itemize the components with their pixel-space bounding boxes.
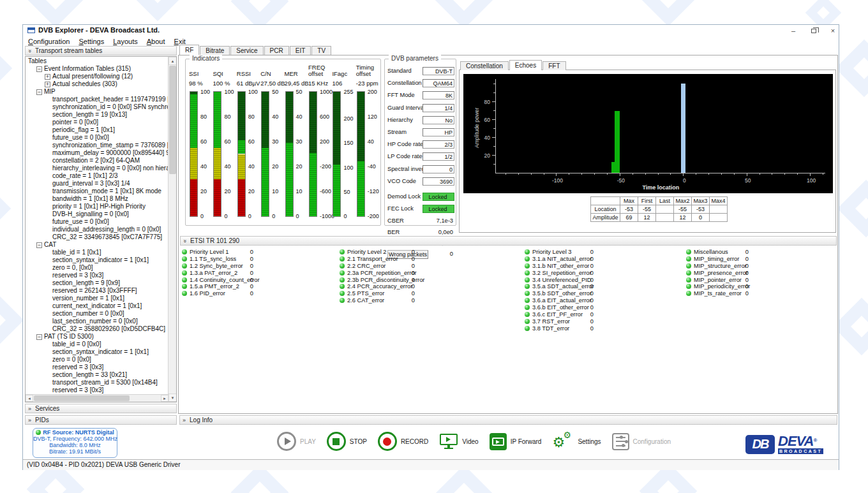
etsi-error-row: 1.3.a PAT_error_20 <box>182 270 253 277</box>
dvb-stat-value: 7,1e-3 <box>437 217 453 224</box>
tree-item[interactable]: table_id = 0 [0x0] <box>26 341 168 348</box>
tree-item[interactable]: priority = 1 [0x1] HP-High Priority <box>26 203 168 210</box>
tree-item[interactable]: reserved = 262143 [0x3FFFF] <box>26 287 168 295</box>
expand-node-icon[interactable]: + <box>45 74 50 80</box>
tree-horizontal-scrollbar[interactable]: ◄ ► <box>26 394 168 402</box>
tree-item[interactable]: +Actual present/following (12) <box>26 73 168 80</box>
expand-node-icon[interactable]: + <box>45 82 50 87</box>
gauge-value: 100 % <box>213 80 230 87</box>
tree-item[interactable]: table_id = 1 [0x1] <box>26 249 168 256</box>
tree-item[interactable]: section_length = 33 [0x21] <box>26 371 168 379</box>
tree-item[interactable]: synchronization_id = 0 [0x0] SFN synchro… <box>26 103 168 111</box>
tree-item[interactable]: transmission_mode = 1 [0x1] 8K mode <box>26 188 168 195</box>
transport-stream-tables-header[interactable]: » Transport stream tables <box>25 46 177 55</box>
tree-item[interactable]: −CAT <box>26 241 168 249</box>
restore-button[interactable] <box>807 26 821 35</box>
tree-item[interactable]: hierarchy_interleaving = 0 [0x0] non hie… <box>26 165 168 172</box>
tree-item[interactable]: code_rate = 1 [0x1] 2/3 <box>26 172 168 180</box>
ip-forward-button[interactable]: IP Forward <box>490 433 542 450</box>
tree-vertical-scrollbar[interactable]: ▲ ▼ <box>168 57 176 402</box>
tree-item[interactable]: +Actual schedules (303) <box>26 80 168 88</box>
tree-item[interactable]: future_use = 0 [0x0] <box>26 218 168 226</box>
tree-item[interactable]: future_use = 0 [0x0] <box>26 134 168 142</box>
tree-item[interactable]: CRC_32 = 3588029260 [0xD5DCFB4C] <box>26 325 168 333</box>
log-info-header[interactable]: » Log Info <box>179 415 837 425</box>
tree-item[interactable]: transport_packet_header = 1197479199 [0x… <box>26 96 168 103</box>
tab-rf[interactable]: RF <box>179 45 199 55</box>
close-button[interactable]: × <box>826 26 840 35</box>
tab-fft[interactable]: FFT <box>542 61 565 70</box>
scroll-thumb[interactable] <box>34 395 130 401</box>
menu-item-configuration[interactable]: Configuration <box>28 38 70 45</box>
tree-item[interactable]: −MIP <box>26 88 168 96</box>
echo-table-cell <box>710 214 728 222</box>
minimize-button[interactable]: – <box>786 26 800 35</box>
tree-item[interactable]: CRC_32 = 3349673845 [0xC7A7F775] <box>26 233 168 241</box>
settings-button[interactable]: ⚙⚙Settings <box>552 432 601 451</box>
configuration-button[interactable]: Configuration <box>612 433 671 450</box>
echo-table-cell <box>656 214 674 222</box>
video-button[interactable]: Video <box>439 433 478 450</box>
menu-item-about[interactable]: About <box>147 38 165 45</box>
tree-item[interactable]: section_length = 19 [0x13] <box>26 111 168 119</box>
tree-item[interactable]: synchronization_time_stamp = 7376089 [0x… <box>26 142 168 149</box>
scroll-thumb[interactable] <box>169 66 176 174</box>
services-section-header[interactable]: » Services <box>25 404 177 413</box>
dvb-param-row: VCO Code3690 <box>387 177 454 186</box>
tree-item[interactable]: reserved = 3 [0x3] <box>26 364 168 371</box>
status-led-icon <box>340 291 345 296</box>
pids-section-header[interactable]: » PIDs <box>25 415 177 425</box>
tree-item[interactable]: pointer = 0 [0x0] <box>26 119 168 126</box>
tree-item[interactable]: −PAT (TS ID 5300) <box>26 333 168 341</box>
tree-item[interactable]: DVB-H_signalling = 0 [0x0] <box>26 210 168 218</box>
etsi-error-row: 3.5.b SDT_other_error0 <box>525 290 594 297</box>
tab-eit[interactable]: EIT <box>290 46 311 55</box>
scroll-up-icon[interactable]: ▲ <box>168 57 177 65</box>
tree-item[interactable]: section_syntax_indicator = 1 [0x1] <box>26 348 168 356</box>
play-button[interactable]: PLAY <box>277 432 316 451</box>
tree-item[interactable]: individual_addressing_length = 0 [0x0] <box>26 226 168 233</box>
tree-item[interactable]: section_syntax_indicator = 1 [0x1] <box>26 256 168 264</box>
menu-item-layouts[interactable]: Layouts <box>113 38 138 45</box>
tree-item[interactable]: version_number = 1 [0x1] <box>26 295 168 302</box>
tree-item[interactable]: zero = 0, [0x0] <box>26 264 168 272</box>
tree-item[interactable]: reserved = 3 [0x3] <box>26 272 168 279</box>
tree-item[interactable]: maximum_delay = 9000000 [0x895440] 900,0… <box>26 149 168 157</box>
scroll-left-icon[interactable]: ◄ <box>26 395 33 402</box>
rf-source-box: RF Source: NURTS Digital DVB-T, Frequenc… <box>33 428 117 458</box>
tab-tv[interactable]: TV <box>311 46 331 55</box>
tree-item[interactable]: last_section_number = 0 [0x0] <box>26 318 168 325</box>
tab-echoes[interactable]: Echoes <box>509 60 542 70</box>
dvb-lock-label: FEC Lock <box>387 205 414 212</box>
scroll-down-icon[interactable]: ▼ <box>168 394 177 402</box>
record-button[interactable]: RECORD <box>378 432 428 451</box>
etsi-error-row: 2.3a PCR_repetition_error0 <box>340 270 415 277</box>
tree-item[interactable]: transport_stream_id = 5300 [0x14B4] <box>26 379 168 386</box>
tree-item[interactable]: section_length = 9 [0x9] <box>26 279 168 287</box>
tree-item[interactable]: periodic_flag = 1 [0x1] <box>26 126 168 134</box>
tree-item[interactable]: −Event Information Tables (315) <box>26 65 168 73</box>
collapse-node-icon[interactable]: − <box>36 334 42 340</box>
collapse-node-icon[interactable]: − <box>36 66 42 72</box>
etsi-section-header[interactable]: » ETSI TR 101 290 <box>180 236 837 246</box>
tree-item[interactable]: current_next_indicator = 1 [0x1] <box>26 302 168 310</box>
tab-service[interactable]: Service <box>230 46 263 55</box>
status-led-icon <box>525 284 530 289</box>
tab-bitrate[interactable]: Bitrate <box>200 46 230 55</box>
stop-button[interactable]: STOP <box>327 432 367 451</box>
tab-pcr[interactable]: PCR <box>264 46 289 55</box>
collapse-node-icon[interactable]: − <box>36 89 42 95</box>
scroll-right-icon[interactable]: ► <box>161 395 168 402</box>
tree-item[interactable]: guard_interval = 3 [0x3] 1/4 <box>26 180 168 188</box>
status-bar: (VID 0x04B4 - PID 0x2021) DEVA USB Gener… <box>23 459 839 470</box>
dvb-parameters-group: DVB parameters StandardDVB-TConstellatio… <box>384 59 456 226</box>
tree-item[interactable]: section_number = 0 [0x0] <box>26 310 168 318</box>
tree-item[interactable]: Tables <box>26 57 168 65</box>
tree-item[interactable]: bandwidth = 1 [0x1] 8 MHz <box>26 195 168 203</box>
tree-item[interactable]: zero = 0 [0x0] <box>26 356 168 364</box>
collapse-node-icon[interactable]: − <box>36 242 42 248</box>
tab-constellation[interactable]: Constellation <box>460 61 509 70</box>
tree-item[interactable]: reserved = 3 [0x3] <box>26 386 168 394</box>
tree-item[interactable]: constellation = 2 [0x2] 64-QAM <box>26 157 168 165</box>
menu-item-settings[interactable]: Settings <box>79 38 104 45</box>
